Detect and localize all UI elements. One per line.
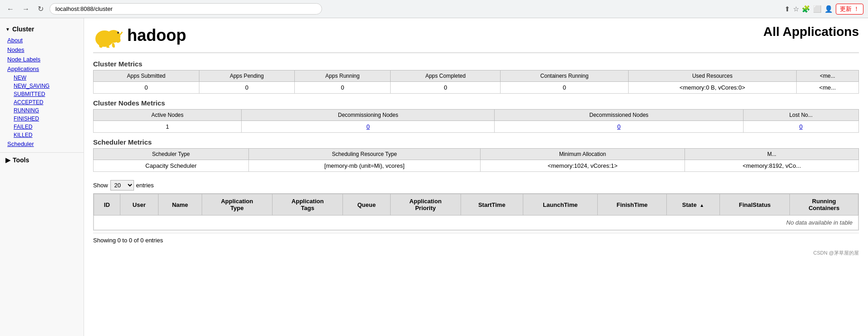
state-sort-icon: ▲	[699, 203, 704, 208]
sidebar-tools-header[interactable]: ▶ Tools	[0, 152, 84, 167]
hadoop-logo: hadoop	[93, 23, 186, 48]
val-scheduler-type: Capacity Scheduler	[94, 160, 249, 172]
col-app-tags[interactable]: ApplicationTags	[273, 194, 343, 216]
update-button[interactable]: 更新 ！	[836, 4, 863, 15]
cluster-arrow-icon: ▼	[5, 27, 10, 32]
col-id: ID	[94, 194, 120, 216]
val-apps-submitted: 0	[94, 82, 199, 94]
val-decommissioned-nodes: 0	[495, 121, 743, 133]
hadoop-text: hadoop	[127, 26, 186, 45]
val-decommissioning-nodes: 0	[242, 121, 495, 133]
val-lost-nodes: 0	[743, 121, 858, 133]
forward-button[interactable]: →	[20, 4, 32, 14]
sidebar-cluster-header[interactable]: ▼ Cluster	[0, 23, 84, 35]
col-containers-running: Containers Running	[501, 70, 629, 82]
val-apps-pending: 0	[199, 82, 294, 94]
browser-toolbar: ← → ↻ ⬆ ☆ 🧩 ⬜ 👤 更新 ！	[0, 0, 868, 18]
sidebar-item-about[interactable]: About	[0, 35, 84, 45]
col-more: <me...	[796, 70, 858, 82]
decommissioning-link[interactable]: 0	[367, 123, 370, 130]
col-finish-time[interactable]: FinishTime	[598, 194, 666, 216]
no-data-cell: No data available in table	[94, 216, 858, 230]
sidebar-item-submitted[interactable]: SUBMITTED	[9, 90, 84, 98]
svg-point-3	[117, 32, 119, 34]
sidebar: ▼ Cluster About Nodes Node Labels Applic…	[0, 18, 84, 336]
cluster-nodes-table: Active Nodes Decommissioning Nodes Decom…	[93, 109, 859, 133]
apps-table-wrapper: ID User Name ApplicationType Application…	[93, 193, 859, 231]
cluster-label: Cluster	[12, 25, 34, 33]
share-icon[interactable]: ⬆	[784, 5, 790, 13]
col-apps-completed: Apps Completed	[391, 70, 501, 82]
col-queue: Queue	[343, 194, 390, 216]
cluster-metrics-table: Apps Submitted Apps Pending Apps Running…	[93, 70, 859, 94]
sidebar-item-running[interactable]: RUNNING	[9, 106, 84, 115]
decommissioned-link[interactable]: 0	[617, 123, 620, 130]
col-scheduler-type: Scheduler Type	[94, 149, 249, 160]
col-state[interactable]: State ▲	[666, 194, 719, 216]
apps-table: ID User Name ApplicationType Application…	[94, 194, 858, 230]
sidebar-item-nodes[interactable]: Nodes	[0, 45, 84, 55]
cluster-metrics-title: Cluster Metrics	[93, 60, 859, 68]
sidebar-item-finished[interactable]: FINISHED	[9, 115, 84, 123]
val-used-resources: <memory:0 B, vCores:0>	[628, 82, 796, 94]
reload-button[interactable]: ↻	[35, 4, 46, 14]
watermark: CSDN @茅草屋的屋	[93, 247, 859, 259]
col-decommissioning-nodes: Decommissioning Nodes	[242, 110, 495, 121]
sidebar-item-node-labels[interactable]: Node Labels	[0, 55, 84, 64]
col-final-status[interactable]: FinalStatus	[720, 194, 790, 216]
col-app-type[interactable]: ApplicationType	[202, 194, 272, 216]
col-start-time[interactable]: StartTime	[461, 194, 523, 216]
col-user: User	[120, 194, 159, 216]
sidebar-item-new-saving[interactable]: NEW_SAVING	[9, 82, 84, 90]
val-min-allocation: <memory:1024, vCores:1>	[480, 160, 684, 172]
col-running-containers[interactable]: RunningContainers	[790, 194, 858, 216]
tools-arrow-icon: ▶	[5, 156, 10, 164]
sidebar-item-failed[interactable]: FAILED	[9, 123, 84, 131]
page-wrapper: ▼ Cluster About Nodes Node Labels Applic…	[0, 18, 868, 336]
col-app-priority[interactable]: ApplicationPriority	[390, 194, 461, 216]
show-entries-select[interactable]: 10 20 25 50 100	[110, 180, 134, 191]
col-apps-submitted: Apps Submitted	[94, 70, 199, 82]
sidebar-item-accepted[interactable]: ACCEPTED	[9, 98, 84, 106]
col-min-allocation: Minimum Allocation	[480, 149, 684, 160]
user-icon[interactable]: 👤	[824, 5, 833, 13]
sidebar-item-killed[interactable]: KILLED	[9, 131, 84, 139]
val-apps-completed: 0	[391, 82, 501, 94]
url-bar[interactable]	[50, 3, 322, 15]
sidebar-item-applications[interactable]: Applications	[0, 64, 84, 74]
val-scheduling-resource: [memory-mb (unit=Mi), vcores]	[248, 160, 480, 172]
col-decommissioned-nodes: Decommissioned Nodes	[495, 110, 743, 121]
val-containers-running: 0	[501, 82, 629, 94]
col-launch-time[interactable]: LaunchTime	[523, 194, 598, 216]
sidebar-item-new[interactable]: NEW	[9, 74, 84, 82]
col-active-nodes: Active Nodes	[94, 110, 242, 121]
col-used-resources: Used Resources	[628, 70, 796, 82]
val-max-allocation: <memory:8192, vCo...	[685, 160, 859, 172]
back-button[interactable]: ←	[5, 4, 16, 14]
col-apps-running: Apps Running	[294, 70, 390, 82]
col-lost-nodes: Lost No...	[743, 110, 858, 121]
sidebar-applications-sub: NEW NEW_SAVING SUBMITTED ACCEPTED RUNNIN…	[0, 74, 84, 139]
val-more: <me...	[796, 82, 858, 94]
page-title: All Applications	[763, 25, 859, 39]
entries-label: entries	[136, 182, 154, 189]
bookmark-icon[interactable]: ☆	[793, 5, 799, 13]
showing-entries: Showing 0 to 0 of 0 entries	[93, 233, 859, 247]
val-apps-running: 0	[294, 82, 390, 94]
show-label: Show	[93, 182, 108, 189]
scheduler-metrics-title: Scheduler Metrics	[93, 138, 859, 146]
extension-icon[interactable]: 🧩	[802, 5, 810, 13]
lost-link[interactable]: 0	[799, 123, 803, 130]
show-entries-bar: Show 10 20 25 50 100 entries	[93, 177, 859, 193]
window-icon[interactable]: ⬜	[813, 5, 822, 13]
main-content: hadoop All Applications Cluster Metrics …	[84, 18, 868, 336]
col-apps-pending: Apps Pending	[199, 70, 294, 82]
val-active-nodes: 1	[94, 121, 242, 133]
cluster-nodes-title: Cluster Nodes Metrics	[93, 99, 859, 107]
hadoop-elephant-icon	[93, 23, 125, 48]
browser-actions: ⬆ ☆ 🧩 ⬜ 👤 更新 ！	[784, 4, 863, 15]
sidebar-item-scheduler[interactable]: Scheduler	[0, 139, 84, 149]
col-max-allocation: M...	[685, 149, 859, 160]
col-name: Name	[159, 194, 202, 216]
header-bar: hadoop All Applications	[93, 23, 859, 53]
